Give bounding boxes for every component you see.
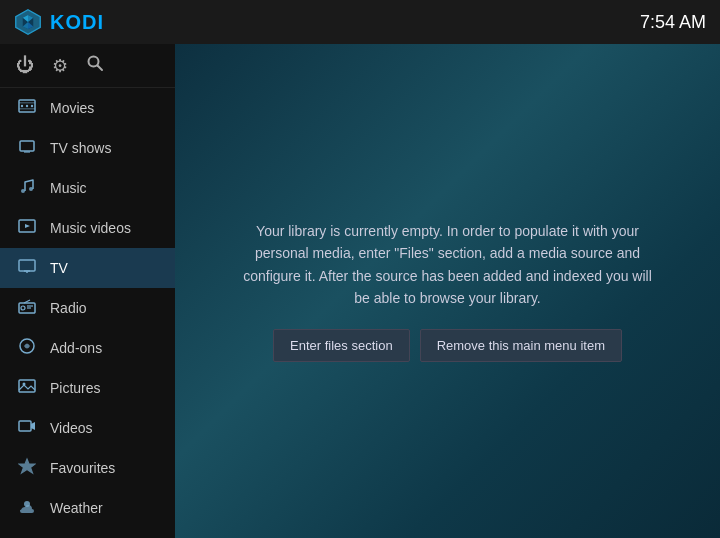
sidebar-item-radio[interactable]: Radio (0, 288, 175, 328)
svg-rect-15 (24, 151, 30, 153)
enter-files-button[interactable]: Enter files section (273, 329, 410, 362)
sidebar-label-music: Music (50, 180, 87, 196)
sidebar-label-musicvideos: Music videos (50, 220, 131, 236)
tvshows-icon (16, 137, 38, 159)
sidebar-item-music[interactable]: Music (0, 168, 175, 208)
musicvideos-icon (16, 217, 38, 239)
svg-point-9 (21, 105, 23, 107)
sidebar-item-movies[interactable]: Movies (0, 88, 175, 128)
current-time: 7:54 AM (640, 12, 706, 33)
empty-library-buttons: Enter files section Remove this main men… (238, 329, 658, 362)
sidebar-item-favourites[interactable]: Favourites (0, 448, 175, 488)
sidebar-controls: ⏻ ⚙ (0, 44, 175, 88)
power-icon[interactable]: ⏻ (16, 55, 34, 76)
sidebar-label-tvshows: TV shows (50, 140, 111, 156)
sidebar-label-movies: Movies (50, 100, 94, 116)
movies-icon (16, 97, 38, 119)
sidebar-item-addons[interactable]: Add-ons (0, 328, 175, 368)
videos-icon (16, 417, 38, 439)
search-icon[interactable] (86, 54, 104, 77)
sidebar-label-videos: Videos (50, 420, 93, 436)
svg-point-24 (21, 306, 25, 310)
sidebar-item-pictures[interactable]: Pictures (0, 368, 175, 408)
kodi-logo-icon (14, 8, 42, 36)
sidebar-label-pictures: Pictures (50, 380, 101, 396)
svg-rect-20 (19, 260, 35, 271)
svg-rect-29 (19, 380, 35, 392)
sidebar: ⏻ ⚙ Movies TV shows (0, 44, 175, 538)
svg-point-17 (29, 187, 33, 191)
sidebar-label-addons: Add-ons (50, 340, 102, 356)
sidebar-item-weather[interactable]: Weather (0, 488, 175, 528)
favourites-icon (16, 457, 38, 479)
svg-marker-33 (19, 459, 35, 473)
sidebar-label-weather: Weather (50, 500, 103, 516)
radio-icon (16, 297, 38, 319)
sidebar-label-tv: TV (50, 260, 68, 276)
weather-icon (16, 497, 38, 519)
header: KODI 7:54 AM (0, 0, 720, 44)
remove-menu-item-button[interactable]: Remove this main menu item (420, 329, 622, 362)
header-left: KODI (14, 8, 104, 36)
sidebar-label-favourites: Favourites (50, 460, 115, 476)
empty-library-message: Your library is currently empty. In orde… (238, 220, 658, 310)
svg-line-7 (98, 66, 103, 71)
empty-library-panel: Your library is currently empty. In orde… (218, 200, 678, 383)
svg-point-16 (21, 189, 25, 193)
main-content: Your library is currently empty. In orde… (175, 44, 720, 538)
sidebar-label-radio: Radio (50, 300, 87, 316)
music-icon (16, 177, 38, 199)
svg-point-10 (26, 105, 28, 107)
main-layout: ⏻ ⚙ Movies TV shows (0, 44, 720, 538)
svg-rect-14 (20, 141, 34, 151)
sidebar-item-videos[interactable]: Videos (0, 408, 175, 448)
svg-rect-12 (19, 102, 35, 104)
app-title: KODI (50, 11, 104, 34)
sidebar-item-tvshows[interactable]: TV shows (0, 128, 175, 168)
sidebar-item-tv[interactable]: TV (0, 248, 175, 288)
addons-icon (16, 337, 38, 359)
svg-rect-31 (19, 421, 31, 431)
svg-point-11 (31, 105, 33, 107)
sidebar-item-musicvideos[interactable]: Music videos (0, 208, 175, 248)
svg-marker-19 (25, 224, 30, 228)
settings-icon[interactable]: ⚙ (52, 55, 68, 77)
pictures-icon (16, 377, 38, 399)
tv-icon (16, 257, 38, 279)
svg-rect-13 (19, 108, 35, 110)
